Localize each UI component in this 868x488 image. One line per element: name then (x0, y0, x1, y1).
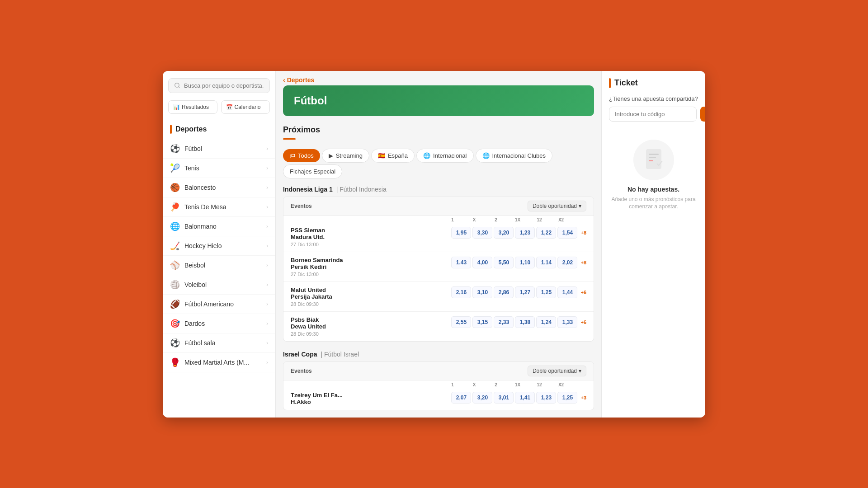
odd-value-12[interactable]: 1,22 (536, 227, 556, 239)
odd-btn-X2[interactable]: 1,25 (557, 392, 577, 404)
odd-btn-12[interactable]: 1,24 (536, 316, 556, 328)
odds-selector-indonesia_liga1[interactable]: Doble oportunidad ▾ (528, 201, 586, 211)
results-button[interactable]: 📊 Resultados (168, 100, 217, 114)
sidebar-item-mma[interactable]: 🥊 Mixed Martial Arts (M... › (163, 353, 275, 372)
odd-btn-1X[interactable]: 1,41 (515, 392, 535, 404)
sidebar-item-tenis[interactable]: 🎾 Tenis › (163, 159, 275, 178)
filter-tab-internacional_clubes[interactable]: 🌐Internacional Clubes (476, 149, 553, 163)
odd-btn-X2[interactable]: 2,02 (557, 257, 577, 268)
odd-btn-X2[interactable]: 1,54 (557, 227, 577, 239)
filter-tab-todos[interactable]: 🏷Todos (283, 149, 320, 162)
odd-btn-12[interactable]: 1,22 (536, 227, 556, 239)
sidebar-item-voleibol[interactable]: 🏐 Voleibol › (163, 275, 275, 295)
sidebar-item-futbol[interactable]: ⚽ Fútbol › (163, 139, 275, 159)
odd-value-2[interactable]: 2,33 (494, 316, 514, 328)
odds-selector-israel_copa[interactable]: Doble oportunidad ▾ (528, 366, 586, 376)
match-odds: 2,07 3,20 3,01 1,41 1,23 1,25 +3 (451, 392, 586, 404)
odd-btn-1[interactable]: 2,16 (451, 286, 471, 298)
odd-value-X2[interactable]: 1,25 (557, 392, 577, 404)
odd-btn-X[interactable]: 4,00 (472, 257, 492, 268)
odd-value-X2[interactable]: 1,33 (557, 316, 577, 328)
odd-value-X2[interactable]: 2,02 (557, 257, 577, 268)
odd-btn-12[interactable]: 1,23 (536, 392, 556, 404)
match-row[interactable]: Psbs Biak Dewa United 28 Dic 09:30 2,55 … (283, 312, 594, 341)
match-row[interactable]: Malut United Persija Jakarta 28 Dic 09:3… (283, 282, 594, 312)
filter-tab-fichajes[interactable]: Fichajes Especial (283, 164, 342, 178)
sidebar-item-futbol_sala[interactable]: ⚽ Fútbol sala › (163, 333, 275, 353)
odd-btn-X[interactable]: 3,30 (472, 227, 492, 239)
odd-btn-1X[interactable]: 1,38 (515, 316, 535, 328)
ticket-code-input[interactable] (609, 107, 697, 122)
odd-value-1[interactable]: 1,95 (451, 227, 471, 239)
odd-value-1[interactable]: 2,55 (451, 316, 471, 328)
odd-value-X[interactable]: 3,30 (472, 227, 492, 239)
filter-tab-internacional[interactable]: 🌐Internacional (416, 149, 473, 163)
odd-value-1[interactable]: 2,07 (451, 392, 471, 404)
more-odds-btn[interactable]: +6 (580, 319, 586, 325)
odd-value-12[interactable]: 1,25 (536, 286, 556, 298)
odd-btn-X2[interactable]: 1,44 (557, 286, 577, 298)
odd-value-1[interactable]: 1,43 (451, 257, 471, 268)
odd-btn-X[interactable]: 3,20 (472, 392, 492, 404)
filter-tab-espana[interactable]: 🇪🇸España (371, 149, 415, 163)
more-odds-btn[interactable]: +6 (580, 290, 586, 295)
match-row[interactable]: Tzeirey Um El Fa... H.Akko 2,07 3,20 3,0… (283, 387, 594, 410)
odd-value-1X[interactable]: 1,10 (515, 257, 535, 268)
odd-value-X2[interactable]: 1,44 (557, 286, 577, 298)
odd-btn-X[interactable]: 3,10 (472, 286, 492, 298)
more-odds-btn[interactable]: +3 (580, 395, 586, 400)
match-row[interactable]: PSS Sleman Madura Utd. 27 Dic 13:00 1,95… (283, 222, 594, 252)
sidebar-item-beisbol[interactable]: ⚾ Beisbol › (163, 256, 275, 275)
odd-btn-1[interactable]: 1,43 (451, 257, 471, 268)
odd-value-1X[interactable]: 1,27 (515, 286, 535, 298)
odd-btn-1[interactable]: 1,95 (451, 227, 471, 239)
odd-value-X[interactable]: 3,15 (472, 316, 492, 328)
odd-value-1X[interactable]: 1,23 (515, 227, 535, 239)
odd-value-X[interactable]: 3,20 (472, 392, 492, 404)
odd-btn-1X[interactable]: 1,10 (515, 257, 535, 268)
match-row[interactable]: Borneo Samarinda Persik Kediri 27 Dic 13… (283, 252, 594, 282)
odd-value-2[interactable]: 2,86 (494, 286, 514, 298)
sidebar-item-hockey_hielo[interactable]: 🏒 Hockey Hielo › (163, 236, 275, 256)
odd-btn-2[interactable]: 2,33 (494, 316, 514, 328)
odd-value-12[interactable]: 1,24 (536, 316, 556, 328)
odd-value-X[interactable]: 3,10 (472, 286, 492, 298)
odd-value-12[interactable]: 1,14 (536, 257, 556, 268)
odd-value-2[interactable]: 3,01 (494, 392, 514, 404)
sidebar-item-dardos[interactable]: 🎯 Dardos › (163, 314, 275, 333)
sidebar-item-tenis_de_mesa[interactable]: 🏓 Tenis De Mesa › (163, 197, 275, 217)
odd-btn-1[interactable]: 2,07 (451, 392, 471, 404)
sidebar-item-balonmano[interactable]: 🌐 Balonmano › (163, 217, 275, 236)
odd-btn-1X[interactable]: 1,27 (515, 286, 535, 298)
odd-btn-2[interactable]: 3,20 (494, 227, 514, 239)
col-header-1: 1 (443, 382, 462, 387)
sport-chevron-voleibol: › (266, 282, 268, 288)
odd-btn-12[interactable]: 1,25 (536, 286, 556, 298)
odd-value-2[interactable]: 5,50 (494, 257, 514, 268)
calendar-button[interactable]: 📅 Calendario (221, 100, 270, 114)
odd-btn-12[interactable]: 1,14 (536, 257, 556, 268)
odd-btn-X2[interactable]: 1,33 (557, 316, 577, 328)
odd-btn-2[interactable]: 3,01 (494, 392, 514, 404)
odd-value-1X[interactable]: 1,38 (515, 316, 535, 328)
odd-btn-1X[interactable]: 1,23 (515, 227, 535, 239)
odd-btn-X[interactable]: 3,15 (472, 316, 492, 328)
odd-btn-2[interactable]: 2,86 (494, 286, 514, 298)
breadcrumb[interactable]: ‹ Deportes (276, 71, 601, 85)
odd-value-X2[interactable]: 1,54 (557, 227, 577, 239)
odd-value-1[interactable]: 2,16 (451, 286, 471, 298)
ticket-load-button[interactable]: Cargar (700, 107, 705, 122)
filter-tab-streaming[interactable]: ▶Streaming (322, 149, 369, 163)
sidebar-item-futbol_americano[interactable]: 🏈 Fútbol Americano › (163, 295, 275, 314)
odd-value-12[interactable]: 1,23 (536, 392, 556, 404)
breadcrumb-chevron: ‹ (283, 76, 285, 84)
search-input[interactable] (184, 82, 264, 89)
odd-value-1X[interactable]: 1,41 (515, 392, 535, 404)
odd-btn-1[interactable]: 2,55 (451, 316, 471, 328)
more-odds-btn[interactable]: +8 (580, 230, 586, 235)
more-odds-btn[interactable]: +8 (580, 260, 586, 265)
odd-value-2[interactable]: 3,20 (494, 227, 514, 239)
sidebar-item-baloncesto[interactable]: 🏀 Baloncesto › (163, 178, 275, 197)
odd-value-X[interactable]: 4,00 (472, 257, 492, 268)
odd-btn-2[interactable]: 5,50 (494, 257, 514, 268)
